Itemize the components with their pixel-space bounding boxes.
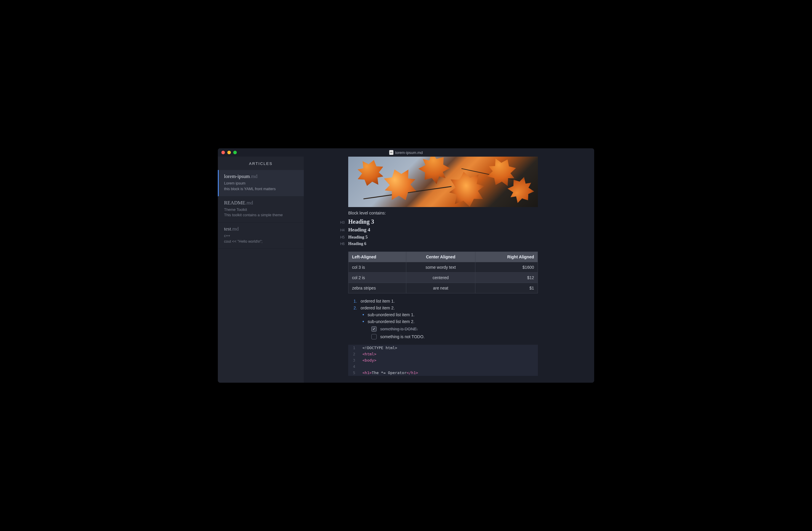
sidebar: ARTICLES lorem-ipsum.mdLorem ipsumthis b… [218, 157, 304, 383]
line-number: 1 [348, 345, 360, 351]
hero-image [348, 157, 538, 207]
list-text: sub-unordered list item 1. [368, 312, 415, 317]
code-block: 1<!DOCTYPE html>2<html>3<body>45<h1>The … [348, 345, 538, 376]
article-subtitle: c++cout << "Hello world\n"; [224, 233, 299, 244]
task-list: ✓something is DONE.something is not TODO… [362, 326, 538, 339]
heading-row: H6Heading 6 [348, 241, 538, 246]
list-item: 1.ordered list item 1. [353, 299, 538, 304]
intro-text: Block level contains: [348, 211, 538, 215]
table-header: Right Aligned [475, 252, 538, 262]
heading-marker: H6 [338, 242, 345, 246]
table-row: zebra stripesare neat$1 [348, 283, 538, 293]
ordered-list: 1.ordered list item 1.2.ordered list ite… [348, 299, 538, 339]
table-cell: are neat [406, 283, 475, 293]
table-row: col 3 issome wordy text$1600 [348, 262, 538, 273]
heading-row: H3Heading 3 [348, 218, 538, 225]
titlebar: lorem-ipsum.md [218, 148, 594, 157]
table-cell: col 3 is [348, 262, 406, 273]
code-text: <body> [360, 357, 379, 363]
article-title: lorem-ipsum.md [224, 173, 299, 180]
code-text: <html> [360, 351, 379, 357]
alignment-table: Left-AlignedCenter AlignedRight Aligned … [348, 252, 538, 293]
minimize-icon[interactable] [227, 151, 231, 154]
table-row: col 2 iscentered$12 [348, 273, 538, 283]
task-item: ✓something is DONE. [371, 326, 538, 332]
line-number: 4 [348, 363, 360, 369]
article-item[interactable]: README.mdTheme ToolkitThis toolkit conta… [218, 196, 304, 223]
table-cell: col 2 is [348, 273, 406, 283]
code-line: 2<html> [348, 351, 538, 357]
article-item[interactable]: lorem-ipsum.mdLorem ipsumthis block is Y… [218, 170, 304, 196]
code-text: <h1>The *= Operator</h1> [360, 369, 421, 376]
code-text [360, 363, 365, 369]
line-number: 2 [348, 351, 360, 357]
app-body: ARTICLES lorem-ipsum.mdLorem ipsumthis b… [218, 157, 594, 383]
title-filename: lorem-ipsum.md [395, 150, 423, 155]
table-header: Left-Aligned [348, 252, 406, 262]
heading-text: Heading 6 [348, 241, 366, 246]
article-list: lorem-ipsum.mdLorem ipsumthis block is Y… [218, 170, 304, 249]
code-line: 5<h1>The *= Operator</h1> [348, 369, 538, 376]
table-cell: $12 [475, 273, 538, 283]
heading-text: Heading 5 [348, 235, 367, 240]
code-line: 4 [348, 363, 538, 369]
list-text: ordered list item 1. [361, 299, 395, 304]
article-subtitle: Lorem ipsumthis block is YAML front matt… [224, 181, 299, 192]
article-item[interactable]: test.mdc++cout << "Hello world\n"; [218, 223, 304, 249]
list-item: •sub-unordered list item 2. [362, 319, 538, 324]
article-title: README.md [224, 200, 299, 206]
table-header: Center Aligned [406, 252, 475, 262]
task-text: something is not TODO. [380, 334, 425, 339]
line-number: 3 [348, 357, 360, 363]
line-number: 5 [348, 369, 360, 376]
table-cell: $1 [475, 283, 538, 293]
list-number: 1. [353, 299, 357, 304]
traffic-lights [218, 151, 237, 154]
close-icon[interactable] [221, 151, 225, 154]
list-text: sub-unordered list item 2. [368, 319, 415, 324]
headings-block: H3Heading 3H4Heading 4H5Heading 5H6Headi… [348, 218, 538, 246]
list-item: 2.ordered list item 2. [353, 306, 538, 310]
checkbox-icon[interactable]: ✓ [371, 326, 377, 332]
table-cell: some wordy text [406, 262, 475, 273]
heading-marker: H4 [338, 228, 345, 232]
window-title: lorem-ipsum.md [389, 150, 423, 155]
list-text: ordered list item 2. [361, 306, 395, 310]
heading-marker: H3 [338, 220, 345, 225]
code-text: <!DOCTYPE html> [360, 345, 400, 351]
content-inner: Block level contains: H3Heading 3H4Headi… [348, 157, 538, 376]
content-area[interactable]: Block level contains: H3Heading 3H4Headi… [304, 157, 594, 383]
heading-row: H5Heading 5 [348, 235, 538, 240]
sub-list: •sub-unordered list item 1.•sub-unordere… [353, 312, 538, 339]
heading-text: Heading 3 [348, 218, 374, 225]
list-number: 2. [353, 306, 357, 310]
task-item: something is not TODO. [371, 334, 538, 339]
list-item: •sub-unordered list item 1. [362, 312, 538, 317]
article-subtitle: Theme ToolkitThis toolkit contains a sim… [224, 207, 299, 218]
heading-text: Heading 4 [348, 227, 370, 233]
code-line: 3<body> [348, 357, 538, 363]
heading-marker: H5 [338, 235, 345, 239]
bullet-icon: • [362, 312, 364, 317]
heading-row: H4Heading 4 [348, 227, 538, 233]
sidebar-header: ARTICLES [218, 157, 304, 170]
table-cell: centered [406, 273, 475, 283]
task-text: something is DONE. [380, 326, 418, 331]
app-window: lorem-ipsum.md ARTICLES lorem-ipsum.mdLo… [218, 148, 594, 383]
document-icon [389, 150, 393, 155]
article-title: test.md [224, 226, 299, 232]
code-line: 1<!DOCTYPE html> [348, 345, 538, 351]
table-cell: $1600 [475, 262, 538, 273]
table-cell: zebra stripes [348, 283, 406, 293]
checkbox-icon[interactable] [371, 334, 377, 339]
bullet-icon: • [362, 319, 364, 324]
maximize-icon[interactable] [233, 151, 237, 154]
